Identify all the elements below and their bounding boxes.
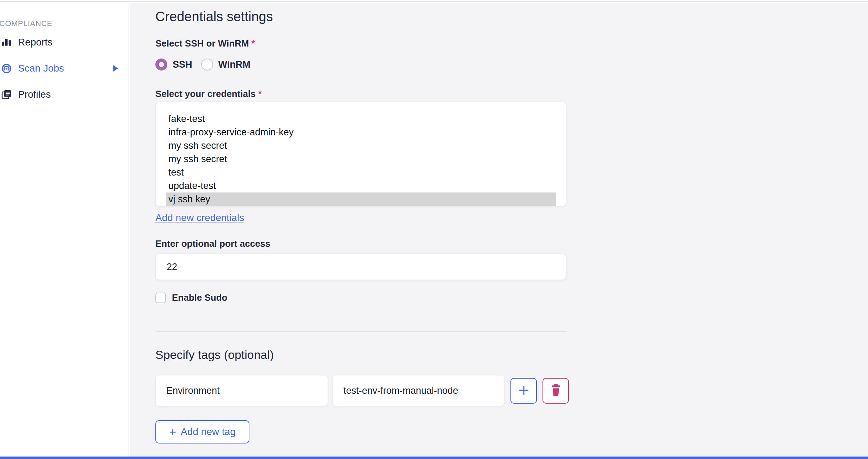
sidebar-item-label: Reports	[18, 37, 52, 48]
main-content: Credentials settings Select SSH or WinRM…	[130, 3, 868, 457]
enable-sudo-label[interactable]: Enable Sudo	[172, 292, 227, 303]
documents-icon	[1, 89, 12, 100]
required-marker: *	[258, 88, 262, 99]
credential-option[interactable]: update-test	[156, 179, 566, 192]
sudo-row: Enable Sudo	[155, 292, 868, 303]
winrm-radio-label[interactable]: WinRM	[218, 59, 250, 70]
page: COMPLIANCE Reports	[0, 0, 868, 459]
delete-tag-row-button[interactable]	[542, 378, 569, 404]
tag-row	[155, 375, 868, 406]
sidebar-item-profiles[interactable]: Profiles	[0, 81, 129, 108]
sidebar-item-label: Profiles	[18, 89, 51, 100]
enable-sudo-checkbox[interactable]	[155, 293, 166, 303]
page-title: Credentials settings	[155, 8, 868, 25]
add-tag-row-button[interactable]	[510, 378, 537, 404]
sidebar-item-scan-jobs[interactable]: Scan Jobs	[0, 55, 129, 81]
radar-icon	[1, 63, 12, 74]
credential-option[interactable]: my ssh secret	[156, 139, 566, 152]
sidebar-item-reports[interactable]: Reports	[0, 29, 129, 55]
add-new-tag-button[interactable]: + Add new tag	[155, 420, 249, 443]
port-label: Enter optional port access	[155, 238, 868, 249]
sidebar-nav: Reports Scan Jobs	[0, 29, 129, 108]
bottom-accent-bar	[0, 457, 868, 459]
sidebar: COMPLIANCE Reports	[0, 3, 129, 457]
tag-value-input[interactable]	[333, 375, 504, 406]
required-marker: *	[252, 38, 255, 49]
credentials-label: Select your credentials *	[155, 88, 868, 99]
section-divider	[155, 331, 566, 332]
credential-option[interactable]: test	[156, 166, 566, 179]
ssh-radio[interactable]	[155, 59, 167, 71]
plus-icon: +	[169, 426, 176, 438]
protocol-radio-group: SSH WinRM	[155, 58, 868, 71]
tag-key-input[interactable]	[155, 375, 328, 406]
add-new-credentials-link[interactable]: Add new credentials	[155, 212, 244, 224]
submenu-arrow-icon[interactable]	[113, 65, 118, 72]
tags-section-title: Specify tags (optional)	[155, 347, 868, 362]
winrm-radio[interactable]	[201, 59, 213, 71]
top-nav-border	[0, 0, 868, 2]
trash-icon	[551, 384, 561, 398]
credentials-listbox[interactable]: fake-testinfra-proxy-service-admin-keymy…	[155, 102, 566, 207]
bar-chart-icon	[1, 37, 12, 48]
sidebar-item-label: Scan Jobs	[18, 63, 64, 74]
credential-option[interactable]: vj ssh key	[166, 192, 556, 206]
credential-option[interactable]: infra-proxy-service-admin-key	[156, 126, 566, 139]
plus-icon	[517, 384, 530, 398]
add-new-tag-label: Add new tag	[181, 426, 236, 437]
port-input[interactable]	[155, 253, 566, 280]
credential-option[interactable]: fake-test	[156, 112, 566, 126]
credential-option[interactable]: my ssh secret	[156, 152, 566, 166]
sidebar-section-label: COMPLIANCE	[0, 19, 129, 29]
protocol-label: Select SSH or WinRM *	[155, 38, 868, 49]
ssh-radio-label[interactable]: SSH	[173, 59, 192, 70]
